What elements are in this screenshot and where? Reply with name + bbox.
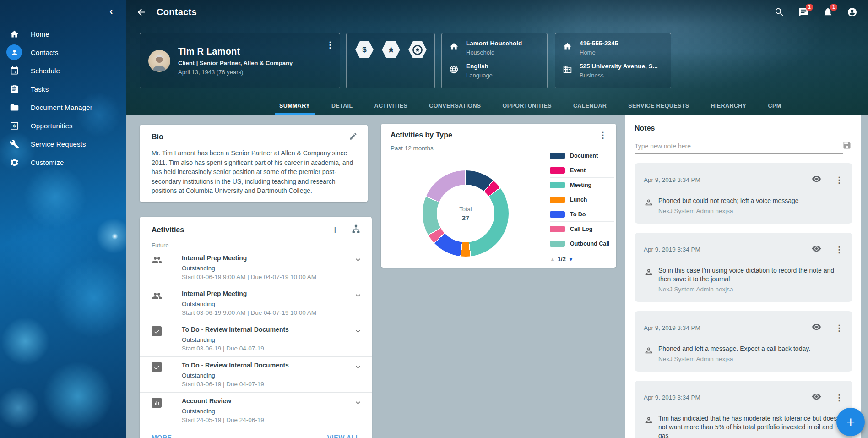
- donut-total-value: 27: [462, 214, 470, 222]
- legend-swatch: [550, 241, 565, 247]
- people-icon: [152, 290, 163, 301]
- phone-label: Home: [580, 49, 618, 56]
- address-row[interactable]: 525 University Avenue, S... Business: [563, 63, 663, 79]
- eye-icon[interactable]: [812, 174, 821, 186]
- note-kebab-menu-icon[interactable]: ⋮: [835, 394, 843, 402]
- activity-title: To Do - Review Internal Documents: [182, 325, 289, 334]
- person-icon: [644, 267, 654, 277]
- contacts-icon: [6, 44, 22, 60]
- svg-text:$: $: [13, 123, 16, 128]
- chevron-down-icon[interactable]: [353, 255, 363, 266]
- hierarchy-tree-icon[interactable]: [351, 224, 361, 235]
- legend-page-down-icon[interactable]: ▼: [568, 256, 574, 263]
- sidebar-item-customize[interactable]: Customize: [0, 153, 126, 171]
- add-fab-button[interactable]: +: [836, 408, 865, 436]
- activity-row[interactable]: Internal Prep Meeting Outstanding Start …: [140, 250, 372, 285]
- sidebar-item-service-requests[interactable]: Service Requests: [0, 135, 126, 153]
- tab-calendar[interactable]: CALENDAR: [569, 99, 611, 115]
- donut-chart: Total 27: [423, 170, 509, 257]
- language-row[interactable]: English Language: [449, 63, 540, 79]
- tab-opportunities[interactable]: OPPORTUNITIES: [498, 99, 556, 115]
- search-icon[interactable]: [773, 6, 785, 18]
- view-all-button[interactable]: VIEW ALL: [327, 434, 360, 438]
- office-building-icon: [563, 65, 573, 75]
- chevron-down-icon[interactable]: [353, 398, 363, 409]
- eye-icon[interactable]: [812, 322, 821, 334]
- note-text: Phoned but could not reach; left a voice…: [658, 197, 799, 205]
- account-icon[interactable]: [846, 6, 858, 18]
- legend-item-lunch[interactable]: Lunch: [550, 192, 614, 207]
- notifications-bell-icon[interactable]: 1: [822, 6, 834, 18]
- note-kebab-menu-icon[interactable]: ⋮: [835, 246, 843, 254]
- sidebar-nav: Home Contacts Schedule Tasks Document Ma…: [0, 25, 126, 171]
- eye-icon[interactable]: [812, 244, 821, 255]
- edit-pencil-icon[interactable]: [349, 132, 358, 142]
- chevron-down-icon[interactable]: [353, 291, 363, 302]
- tab-hierarchy[interactable]: HIERARCHY: [706, 99, 751, 115]
- note-kebab-menu-icon[interactable]: ⋮: [835, 324, 843, 332]
- legend-swatch: [550, 197, 565, 203]
- star-hexagon-badge-icon[interactable]: ★: [380, 40, 401, 59]
- legend-page-up-icon[interactable]: ▲: [550, 256, 555, 263]
- activity-dates: Start 03-06-19 9:00 AM | Due 04-07-19 10…: [182, 274, 316, 280]
- back-arrow-icon[interactable]: [135, 6, 147, 19]
- tab-detail[interactable]: DETAIL: [327, 99, 358, 115]
- tasks-icon: [6, 81, 22, 97]
- activity-row[interactable]: To Do - Review Internal Documents Outsta…: [140, 321, 372, 357]
- legend-page-number: 1/2: [558, 256, 566, 263]
- activities-section-label: Future: [140, 235, 372, 250]
- add-activity-icon[interactable]: +: [331, 224, 338, 235]
- sidebar-item-schedule[interactable]: Schedule: [0, 61, 126, 80]
- task-icon: [152, 362, 163, 373]
- eye-icon[interactable]: [812, 392, 821, 403]
- tab-activities[interactable]: ACTIVITIES: [370, 99, 412, 115]
- activity-row[interactable]: To Do - Review Internal Documents Outsta…: [140, 357, 372, 393]
- people-icon: [152, 255, 163, 266]
- note-kebab-menu-icon[interactable]: ⋮: [835, 176, 843, 184]
- home-icon: [563, 42, 573, 52]
- contact-subtitle: Client | Senior Partner, Allen & Company: [178, 60, 293, 66]
- phone-row[interactable]: 416-555-2345 Home: [563, 40, 663, 56]
- household-name: Lamont Household: [466, 40, 522, 47]
- note-card: Apr 9, 2019 3:34 PM ⋮ Tim has indicated …: [635, 381, 852, 438]
- save-floppy-icon[interactable]: [842, 141, 852, 152]
- note-timestamp: Apr 9, 2019 3:34 PM: [644, 324, 700, 331]
- address-value: 525 University Avenue, S...: [580, 63, 658, 70]
- legend-item-event[interactable]: Event: [550, 163, 614, 178]
- dollar-hexagon-badge-icon[interactable]: $: [354, 40, 375, 59]
- chevron-down-icon[interactable]: [353, 327, 363, 338]
- tab-cpm[interactable]: CPM: [763, 99, 786, 115]
- star-circle-hexagon-badge-icon[interactable]: [407, 40, 428, 59]
- legend-item-call-log[interactable]: Call Log: [550, 222, 614, 236]
- activity-row[interactable]: Internal Prep Meeting Outstanding Start …: [140, 285, 372, 321]
- profile-kebab-menu-icon[interactable]: ⋮: [326, 41, 334, 49]
- sidebar-item-tasks[interactable]: Tasks: [0, 80, 126, 98]
- household-label: Household: [466, 49, 522, 56]
- sidebar-item-label: Tasks: [31, 85, 49, 93]
- note-card: Apr 9, 2019 3:34 PM ⋮ Phoned but could n…: [635, 163, 852, 224]
- legend-item-meeting[interactable]: Meeting: [550, 178, 614, 192]
- chevron-down-icon[interactable]: [353, 362, 363, 373]
- legend-item-document[interactable]: Document: [550, 148, 614, 163]
- sidebar-item-home[interactable]: Home: [0, 25, 126, 43]
- household-row[interactable]: Lamont Household Household: [449, 40, 540, 56]
- sidebar-collapse-icon[interactable]: ‹: [104, 5, 118, 18]
- home-icon: [6, 26, 22, 42]
- sidebar-item-label: Schedule: [31, 67, 60, 75]
- chat-icon[interactable]: 1: [797, 6, 809, 18]
- tab-conversations[interactable]: CONVERSATIONS: [424, 99, 485, 115]
- legend-item-outbound-call[interactable]: Outbound Call: [550, 236, 614, 251]
- tab-service-requests[interactable]: SERVICE REQUESTS: [624, 99, 694, 115]
- legend-item-to-do[interactable]: To Do: [550, 207, 614, 222]
- tab-summary[interactable]: SUMMARY: [275, 99, 315, 115]
- chart-kebab-menu-icon[interactable]: ⋮: [599, 131, 607, 139]
- more-button[interactable]: MORE: [152, 434, 172, 438]
- activity-row[interactable]: Account Review Outstanding Start 24-05-1…: [140, 393, 372, 428]
- note-author: NexJ System Admin nexjsa: [658, 356, 810, 362]
- sidebar-item-opportunities[interactable]: $ Opportunities: [0, 116, 126, 135]
- new-note-input[interactable]: [635, 141, 843, 154]
- dollar-square-icon: $: [6, 118, 22, 133]
- notes-panel: Notes Apr 9, 2019 3:34 PM ⋮: [625, 115, 861, 438]
- sidebar-item-document-manager[interactable]: Document Manager: [0, 98, 126, 116]
- sidebar-item-contacts[interactable]: Contacts: [0, 43, 126, 61]
